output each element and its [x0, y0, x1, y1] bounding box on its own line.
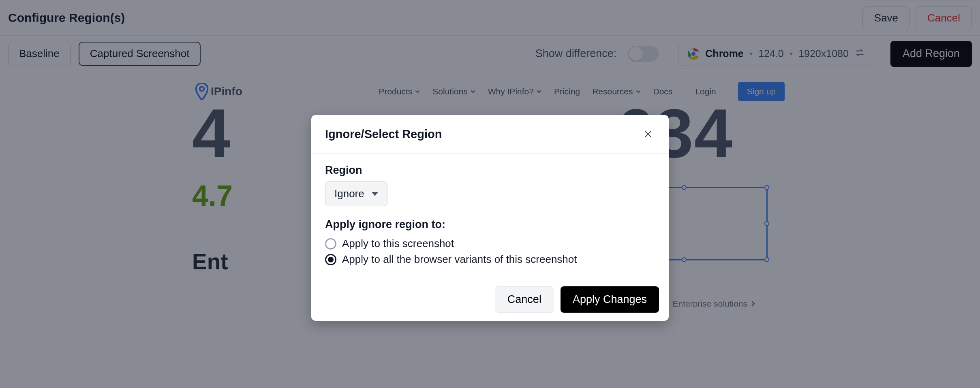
radio-apply-this[interactable]: Apply to this screenshot — [325, 236, 655, 252]
region-select-value: Ignore — [334, 188, 364, 200]
region-label: Region — [325, 164, 655, 177]
caret-down-icon — [372, 192, 378, 196]
radio-icon — [325, 254, 336, 265]
radio-label: Apply to this screenshot — [342, 237, 454, 250]
close-button[interactable] — [641, 127, 655, 141]
modal-title: Ignore/Select Region — [325, 128, 442, 141]
apply-to-label: Apply ignore region to: — [325, 218, 655, 231]
radio-icon — [325, 238, 336, 249]
radio-label: Apply to all the browser variants of thi… — [342, 253, 577, 266]
radio-apply-all[interactable]: Apply to all the browser variants of thi… — [325, 252, 655, 267]
apply-changes-button[interactable]: Apply Changes — [561, 286, 659, 313]
modal-footer: Cancel Apply Changes — [311, 278, 669, 321]
ignore-select-region-modal: Ignore/Select Region Region Ignore Apply… — [311, 115, 669, 321]
close-icon — [643, 129, 653, 139]
modal-overlay[interactable]: Ignore/Select Region Region Ignore Apply… — [0, 0, 980, 388]
modal-cancel-button[interactable]: Cancel — [495, 286, 554, 313]
modal-header: Ignore/Select Region — [311, 115, 669, 153]
modal-body: Region Ignore Apply ignore region to: Ap… — [311, 153, 669, 278]
region-select[interactable]: Ignore — [325, 181, 387, 206]
